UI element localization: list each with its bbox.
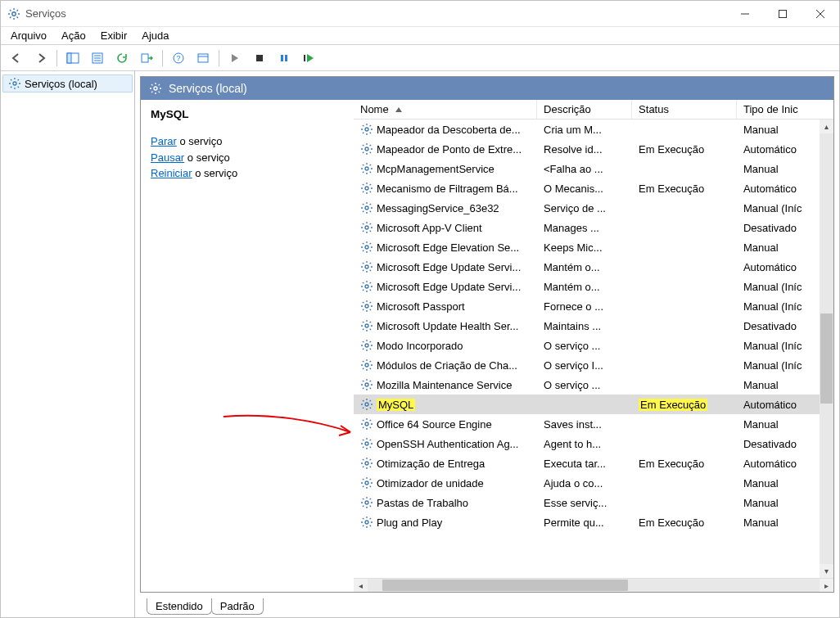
table-row[interactable]: Otimização de EntregaExecuta tar...Em Ex… xyxy=(354,453,833,473)
table-row[interactable]: Módulos de Criação de Cha...O serviço I.… xyxy=(354,355,833,375)
cell-desc: Serviço de ... xyxy=(537,202,632,214)
body: Serviços (local) Serviços (local) MySQL … xyxy=(1,71,839,617)
tab-standard[interactable]: Padrão xyxy=(211,598,264,615)
gear-icon xyxy=(149,82,162,95)
col-header-name-label: Nome xyxy=(360,103,389,115)
system-buttons xyxy=(726,1,839,26)
back-button[interactable] xyxy=(6,48,27,68)
refresh-button[interactable] xyxy=(111,48,133,68)
close-button[interactable] xyxy=(802,1,839,26)
table-row[interactable]: Microsoft Update Health Ser...Maintains … xyxy=(354,316,833,336)
service-name: Office 64 Source Engine xyxy=(377,418,492,431)
col-header-start[interactable]: Tipo de Inic xyxy=(737,100,833,119)
gear-icon xyxy=(360,319,373,332)
table-row[interactable]: Microsoft PassportFornece o ...Manual (I… xyxy=(354,296,833,316)
svg-rect-5 xyxy=(142,54,148,62)
table-row[interactable]: Microsoft Edge Update Servi...Mantém o..… xyxy=(354,277,833,296)
table-row[interactable]: Microsoft Edge Elevation Se...Keeps Mic.… xyxy=(354,237,833,257)
cell-name: Otimização de Entrega xyxy=(354,457,537,470)
cell-desc: Mantém o... xyxy=(537,281,632,293)
cell-desc: Executa tar... xyxy=(537,458,632,470)
col-header-desc[interactable]: Descrição xyxy=(537,100,632,119)
scroll-track[interactable] xyxy=(820,133,833,564)
svg-rect-9 xyxy=(256,55,263,61)
table-row[interactable]: Mozilla Maintenance ServiceO serviço ...… xyxy=(354,375,833,395)
cell-name: Plug and Play xyxy=(354,516,537,529)
cell-desc: Mantém o... xyxy=(537,261,632,273)
stop-link[interactable]: Parar xyxy=(151,135,177,147)
table-row[interactable]: Pastas de TrabalhoEsse serviç...Manual xyxy=(354,493,833,512)
svg-rect-12 xyxy=(304,55,305,61)
tree-root[interactable]: Serviços (local) xyxy=(2,74,133,92)
table-row[interactable]: Microsoft App-V ClientManages ...Desativ… xyxy=(354,218,833,237)
svg-point-13 xyxy=(13,82,16,85)
service-name: Plug and Play xyxy=(377,517,442,529)
table-row[interactable]: Modo IncorporadoO serviço ...Manual (Iní… xyxy=(354,336,833,355)
scroll-track[interactable] xyxy=(368,579,820,592)
menu-help[interactable]: Ajuda xyxy=(135,28,175,43)
service-name: Microsoft App-V Client xyxy=(377,222,482,234)
restart-link[interactable]: Reiniciar xyxy=(151,167,192,179)
col-header-status[interactable]: Status xyxy=(632,100,737,119)
cell-desc: Maintains ... xyxy=(537,320,632,332)
scroll-down-icon[interactable]: ▾ xyxy=(820,564,833,578)
cell-name: Módulos de Criação de Cha... xyxy=(354,359,537,372)
gear-icon xyxy=(360,182,373,195)
stop-text: o serviço xyxy=(177,135,223,147)
cell-desc: Keeps Mic... xyxy=(537,241,632,254)
cell-name: Microsoft Passport xyxy=(354,300,537,313)
table-row[interactable]: MySQLEm ExecuçãoAutomático xyxy=(354,395,833,414)
show-hide-tree-button[interactable] xyxy=(62,48,84,68)
restart-button[interactable] xyxy=(298,48,319,68)
table-row[interactable]: Otimizador de unidadeAjuda o co...Manual xyxy=(354,473,833,493)
table-row[interactable]: Mapeador de Ponto de Extre...Resolve id.… xyxy=(354,139,833,159)
horizontal-scrollbar[interactable]: ◂ ▸ xyxy=(354,578,833,592)
table-row[interactable]: Plug and PlayPermite qu...Em ExecuçãoMan… xyxy=(354,512,833,532)
pause-button[interactable] xyxy=(273,48,295,68)
table-row[interactable]: Office 64 Source EngineSaves inst...Manu… xyxy=(354,414,833,434)
col-header-name[interactable]: Nome xyxy=(354,100,537,119)
scroll-up-icon[interactable]: ▴ xyxy=(820,120,833,133)
vertical-scrollbar[interactable]: ▴ ▾ xyxy=(820,120,833,578)
export-button[interactable] xyxy=(136,48,157,68)
svg-point-34 xyxy=(365,501,368,504)
table-row[interactable]: McpManagementService<Falha ao ...Manual xyxy=(354,159,833,178)
table-row[interactable]: Microsoft Edge Update Servi...Mantém o..… xyxy=(354,257,833,277)
menu-file[interactable]: Arquivo xyxy=(4,28,53,43)
table-row[interactable]: OpenSSH Authentication Ag...Agent to h..… xyxy=(354,434,833,453)
show-columns-button[interactable] xyxy=(192,48,214,68)
cell-desc: Ajuda o co... xyxy=(537,477,632,489)
pause-link[interactable]: Pausar xyxy=(151,151,184,164)
gear-icon xyxy=(360,142,373,156)
start-button[interactable] xyxy=(224,48,246,68)
service-name: Microsoft Passport xyxy=(377,300,465,313)
table-row[interactable]: Mapeador da Descoberta de...Cria um M...… xyxy=(354,120,833,139)
minimize-button[interactable] xyxy=(726,1,764,26)
help-button[interactable]: ? xyxy=(168,48,189,68)
cell-name: Mapeador da Descoberta de... xyxy=(354,123,537,136)
cell-name: Otimizador de unidade xyxy=(354,476,537,489)
table-row[interactable]: MessagingService_63e32Serviço de ...Manu… xyxy=(354,198,833,218)
forward-button[interactable] xyxy=(30,48,52,68)
scroll-right-icon[interactable]: ▸ xyxy=(820,579,833,592)
gear-icon xyxy=(360,359,373,372)
menu-action[interactable]: Ação xyxy=(55,28,93,43)
pane-title: Serviços (local) xyxy=(169,82,247,95)
svg-point-29 xyxy=(365,403,368,406)
service-name: Otimizador de unidade xyxy=(377,477,484,489)
scroll-thumb[interactable] xyxy=(820,314,833,404)
svg-rect-8 xyxy=(198,54,208,62)
cell-status: Em Execução xyxy=(632,399,737,411)
scroll-left-icon[interactable]: ◂ xyxy=(354,579,368,592)
properties-button[interactable] xyxy=(87,48,108,68)
table-row[interactable]: Mecanismo de Filtragem Bá...O Mecanis...… xyxy=(354,178,833,198)
menu-view[interactable]: Exibir xyxy=(94,28,134,43)
menubar: Arquivo Ação Exibir Ajuda xyxy=(1,27,839,45)
scroll-thumb[interactable] xyxy=(382,580,628,591)
tab-extended[interactable]: Estendido xyxy=(147,598,212,615)
svg-point-30 xyxy=(365,422,368,426)
cell-status: Em Execução xyxy=(632,517,737,529)
tabs: Estendido Padrão xyxy=(140,594,834,614)
maximize-button[interactable] xyxy=(764,1,802,26)
stop-button[interactable] xyxy=(249,48,270,68)
